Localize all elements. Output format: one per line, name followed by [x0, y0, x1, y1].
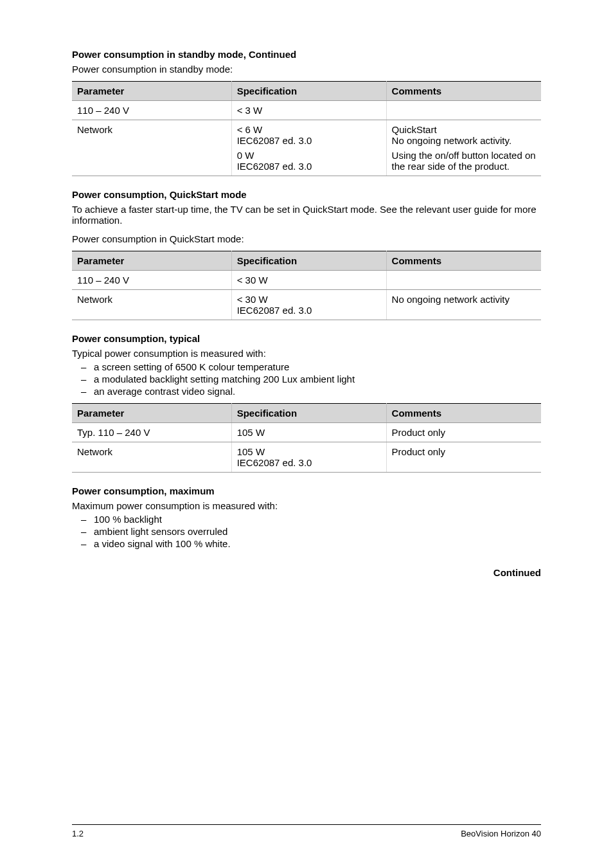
cell-specification: 105 W IEC62087 ed. 3.0	[231, 442, 386, 473]
table-row: Network 105 W IEC62087 ed. 3.0 Product o…	[72, 442, 541, 473]
section1-caption: Power consumption in standby mode:	[72, 64, 541, 75]
table-quickstart: Parameter Specification Comments 110 – 2…	[72, 251, 541, 320]
section4-bullets: 100 % backlight ambient light sensors ov…	[72, 514, 541, 549]
cell-parameter: 110 – 240 V	[72, 101, 231, 120]
spec-line: 0 W	[237, 150, 381, 161]
table-header-row: Parameter Specification Comments	[72, 404, 541, 423]
cell-specification: 105 W	[231, 423, 386, 442]
spec-line: IEC62087 ed. 3.0	[237, 161, 381, 172]
spec-line: IEC62087 ed. 3.0	[237, 305, 381, 316]
cell-comments: Product only	[386, 423, 541, 442]
table-typical: Parameter Specification Comments Typ. 11…	[72, 403, 541, 473]
section4-heading: Power consumption, maximum	[72, 485, 541, 496]
footer-right: BeoVision Horizon 40	[461, 829, 541, 838]
section3-bullets: a screen setting of 6500 K colour temper…	[72, 361, 541, 397]
cell-parameter: Network	[72, 120, 231, 176]
comment-line: Using the on/off button located on the r…	[392, 150, 536, 172]
section2-heading: Power consumption, QuickStart mode	[72, 189, 541, 200]
cell-parameter: Network	[72, 290, 231, 320]
bullet-item: 100 % backlight	[72, 514, 541, 525]
cell-comments: No ongoing network activity	[386, 290, 541, 320]
cell-comments	[386, 271, 541, 290]
col-specification: Specification	[231, 251, 386, 271]
cell-comments	[386, 101, 541, 120]
table-row: Network < 30 W IEC62087 ed. 3.0 No ongoi…	[72, 290, 541, 320]
col-comments: Comments	[386, 82, 541, 101]
comment-line: No ongoing network activity.	[392, 135, 536, 146]
table-standby: Parameter Specification Comments 110 – 2…	[72, 81, 541, 176]
table-row: Typ. 110 – 240 V 105 W Product only	[72, 423, 541, 442]
section2-intro: To achieve a faster start-up time, the T…	[72, 204, 541, 226]
table-header-row: Parameter Specification Comments	[72, 251, 541, 271]
spec-line: < 30 W	[237, 294, 381, 305]
col-comments: Comments	[386, 404, 541, 423]
cell-comments: QuickStart No ongoing network activity. …	[386, 120, 541, 176]
cell-parameter: Network	[72, 442, 231, 473]
col-comments: Comments	[386, 251, 541, 271]
bullet-item: a video signal with 100 % white.	[72, 538, 541, 549]
spec-line: IEC62087 ed. 3.0	[237, 135, 381, 146]
cell-specification: < 3 W	[231, 101, 386, 120]
section3-intro: Typical power consumption is measured wi…	[72, 348, 541, 359]
cell-parameter: Typ. 110 – 240 V	[72, 423, 231, 442]
spec-line: IEC62087 ed. 3.0	[237, 457, 381, 468]
page-footer: 1.2 BeoVision Horizon 40	[72, 824, 541, 838]
bullet-item: a modulated backlight setting matching 2…	[72, 374, 541, 384]
col-specification: Specification	[231, 404, 386, 423]
table-row: 110 – 240 V < 30 W	[72, 271, 541, 290]
col-specification: Specification	[231, 82, 386, 101]
cell-comments: Product only	[386, 442, 541, 473]
col-parameter: Parameter	[72, 251, 231, 271]
cell-specification: < 6 W IEC62087 ed. 3.0 0 W IEC62087 ed. …	[231, 120, 386, 176]
spec-line: < 6 W	[237, 124, 381, 135]
table-header-row: Parameter Specification Comments	[72, 82, 541, 101]
section2-caption: Power consumption in QuickStart mode:	[72, 233, 541, 244]
cell-specification: < 30 W	[231, 271, 386, 290]
comment-line: QuickStart	[392, 124, 536, 135]
col-parameter: Parameter	[72, 404, 231, 423]
section4-intro: Maximum power consumption is measured wi…	[72, 500, 541, 511]
cell-specification: < 30 W IEC62087 ed. 3.0	[231, 290, 386, 320]
table-row: Network < 6 W IEC62087 ed. 3.0 0 W IEC62…	[72, 120, 541, 176]
table-row: 110 – 240 V < 3 W	[72, 101, 541, 120]
spec-line: 105 W	[237, 446, 381, 457]
bullet-item: an average contrast video signal.	[72, 386, 541, 397]
continued-label: Continued	[72, 567, 541, 578]
footer-left: 1.2	[72, 829, 84, 838]
bullet-item: ambient light sensors overruled	[72, 526, 541, 537]
cell-parameter: 110 – 240 V	[72, 271, 231, 290]
col-parameter: Parameter	[72, 82, 231, 101]
bullet-item: a screen setting of 6500 K colour temper…	[72, 361, 541, 372]
section3-heading: Power consumption, typical	[72, 333, 541, 344]
section1-heading: Power consumption in standby mode, Conti…	[72, 49, 541, 60]
